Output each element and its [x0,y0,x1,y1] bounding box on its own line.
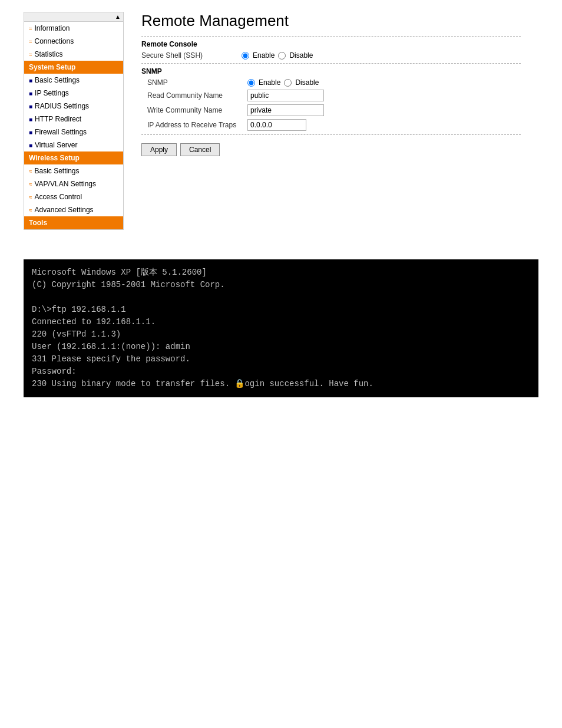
scroll-indicator: ▲ [24,12,123,22]
sidebar-item-ip-settings[interactable]: ■ IP Settings [24,87,123,100]
divider-buttons [141,134,521,135]
sidebar-item-label: Firewall Settings [35,128,87,136]
cancel-button[interactable]: Cancel [180,143,220,156]
sidebar-item-label: Basic Settings [35,167,80,175]
sidebar-item-connections[interactable]: ≈ Connections [24,35,123,48]
terminal-line-8: Password: [32,365,530,378]
write-community-row: Write Community Name [147,104,521,116]
remote-console-section-label: Remote Console [141,40,521,48]
ssh-radio-group: Enable Disable [242,51,313,60]
bullet-icon: ≈ [29,51,32,58]
sidebar-item-w-basic-settings[interactable]: ≈ Basic Settings [24,164,123,177]
ssh-label: Secure Shell (SSH) [141,51,242,60]
apply-button[interactable]: Apply [141,143,177,156]
sidebar-section-tools: Tools [24,216,123,229]
router-ui: ▲ ≈ Information ≈ Connections ≈ Statisti… [0,0,562,242]
sidebar-item-statistics[interactable]: ≈ Statistics [24,48,123,61]
main-content: Remote Management Remote Console Secure … [124,12,538,230]
sidebar-item-vap-vlan-settings[interactable]: ≈ VAP/VLAN Settings [24,177,123,190]
bullet-icon: ■ [29,77,32,84]
snmp-disable-radio[interactable] [284,79,292,87]
sidebar-item-label: Advanced Settings [35,206,94,214]
bullet-icon: ≈ [29,194,32,200]
sidebar-item-radius-settings[interactable]: ■ RADIUS Settings [24,100,123,113]
snmp-radio-group: Enable Disable [247,78,319,87]
sidebar-item-label: Access Control [35,193,82,201]
sidebar-item-basic-settings[interactable]: ■ Basic Settings [24,74,123,87]
page-wrapper: ▲ ≈ Information ≈ Connections ≈ Statisti… [0,0,562,728]
sidebar-item-label: Information [35,24,70,32]
ssh-enable-radio[interactable] [242,52,249,60]
sidebar-item-virtual-server[interactable]: ■ Virtual Server [24,139,123,151]
bullet-icon: ≈ [29,25,32,32]
snmp-enable-row: SNMP Enable Disable [147,78,521,87]
write-community-label: Write Community Name [147,106,247,114]
sidebar-section-wireless-setup: Wireless Setup [24,151,123,164]
ssh-disable-radio[interactable] [278,52,286,60]
terminal-line-6: User (192.168.1.1:(none)): admin [32,341,530,353]
ip-traps-label: IP Address to Receive Traps [147,121,247,129]
ssh-row: Secure Shell (SSH) Enable Disable [141,51,521,60]
snmp-section-label: SNMP [141,67,521,75]
bullet-icon: ■ [29,116,32,123]
bullet-icon: ■ [29,90,32,97]
write-community-input[interactable] [247,104,324,116]
ip-traps-input[interactable] [247,119,306,131]
snmp-enable-label[interactable]: Enable [259,78,280,87]
sidebar-item-advanced-settings[interactable]: ≈ Advanced Settings [24,203,123,216]
terminal-line-3: D:\>ftp 192.168.1.1 [32,304,530,316]
read-community-label: Read Community Name [147,91,247,100]
snmp-enable-radio[interactable] [247,79,255,87]
sidebar-item-information[interactable]: ≈ Information [24,22,123,35]
terminal-line-9: 230 Using binary mode to transfer files.… [32,378,530,390]
sidebar-item-label: Virtual Server [35,141,77,149]
read-community-row: Read Community Name [147,90,521,101]
sidebar-item-label: VAP/VLAN Settings [35,180,97,188]
terminal-line-5: 220 (vsFTPd 1.1.3) [32,328,530,341]
snmp-disable-label[interactable]: Disable [295,78,319,87]
sidebar-item-http-redirect[interactable]: ■ HTTP Redirect [24,113,123,126]
bullet-icon: ≈ [29,168,32,174]
terminal-line-4: Connected to 192.168.1.1. [32,316,530,328]
sidebar-item-access-control[interactable]: ≈ Access Control [24,190,123,203]
sidebar-item-label: Basic Settings [35,76,80,84]
sidebar-item-firewall-settings[interactable]: ■ Firewall Settings [24,126,123,139]
terminal-line-0: Microsoft Windows XP [版本 5.1.2600] [32,266,530,279]
ssh-enable-label[interactable]: Enable [253,51,275,60]
sidebar: ▲ ≈ Information ≈ Connections ≈ Statisti… [24,12,124,230]
ssh-disable-label[interactable]: Disable [289,51,313,60]
read-community-input[interactable] [247,90,324,101]
bullet-icon: ■ [29,103,32,110]
divider-snmp [141,63,521,64]
bullet-icon: ■ [29,142,32,149]
sidebar-item-label: RADIUS Settings [35,102,89,110]
divider-top [141,36,521,37]
sidebar-item-label: IP Settings [35,89,69,97]
sidebar-item-label: Connections [35,37,74,45]
sidebar-section-system-setup: System Setup [24,61,123,74]
terminal-line-2 [32,291,530,304]
ip-traps-row: IP Address to Receive Traps [147,119,521,131]
bullet-icon: ■ [29,129,32,136]
terminal-section: Microsoft Windows XP [版本 5.1.2600] (C) C… [24,259,538,397]
button-row: Apply Cancel [141,143,521,156]
terminal-line-7: 331 Please specify the password. [32,353,530,365]
sidebar-item-label: HTTP Redirect [35,115,81,123]
sidebar-item-label: Statistics [35,50,63,58]
bullet-icon: ≈ [29,207,32,213]
bullet-icon: ≈ [29,181,32,187]
terminal-line-1: (C) Copyright 1985-2001 Microsoft Corp. [32,279,530,291]
bullet-icon: ≈ [29,38,32,45]
page-title: Remote Management [141,12,521,30]
snmp-label: SNMP [147,78,247,87]
